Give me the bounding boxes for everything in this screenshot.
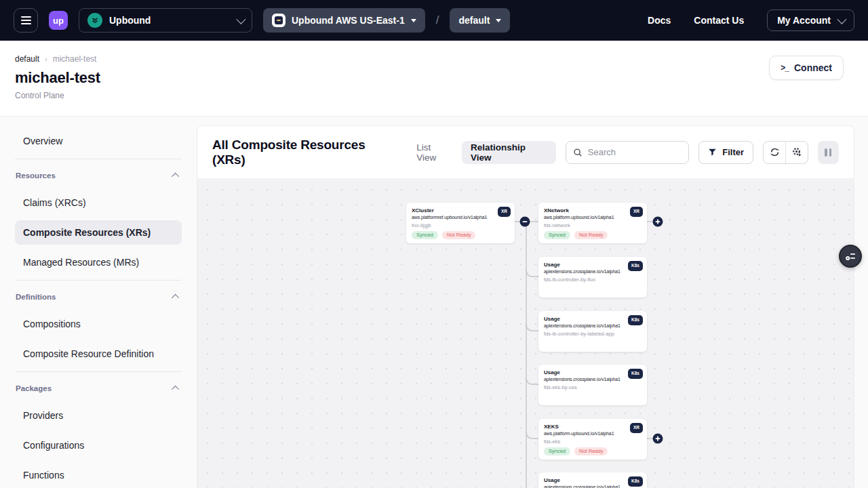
node-kind: XEKS xyxy=(544,424,642,430)
top-navbar: up Upbound Upbound AWS US-East-1 / defau… xyxy=(0,0,868,41)
search-box[interactable] xyxy=(566,141,690,164)
node-api-version: aws.platform.upbound.io/v1alpha1 xyxy=(544,214,642,220)
sidebar-item-overview[interactable]: Overview xyxy=(15,129,182,153)
pause-button[interactable] xyxy=(818,141,839,164)
gear-play-icon xyxy=(792,147,802,157)
group-selector-label: default xyxy=(458,15,490,26)
hamburger-menu-icon[interactable] xyxy=(14,8,38,33)
graph-edges xyxy=(197,178,854,488)
caret-down-icon xyxy=(411,19,416,22)
sidebar-item-compositions[interactable]: Compositions xyxy=(15,312,182,336)
sidebar-item-configurations[interactable]: Configurations xyxy=(15,433,182,458)
sidebar-item-composite-resources[interactable]: Composite Resources (XRs) xyxy=(15,220,182,245)
expand-node-button[interactable] xyxy=(653,217,663,227)
chevron-up-icon xyxy=(172,173,179,180)
breadcrumb-current: michael-test xyxy=(53,54,97,64)
sidebar-item-claims[interactable]: Claims (XRCs) xyxy=(15,190,182,215)
status-badge-synced: Synced xyxy=(544,447,570,456)
node-type-badge: XR xyxy=(498,207,511,217)
terminal-icon: >_ xyxy=(781,63,789,73)
control-plane-selector-label: Upbound AWS US-East-1 xyxy=(292,15,405,26)
main-panel: All Composite Resources (XRs) List View … xyxy=(197,125,854,488)
status-badge-not-ready: Not Ready xyxy=(574,447,608,456)
org-avatar xyxy=(87,13,102,28)
node-type-badge: XR xyxy=(630,207,643,217)
node-api-version: apiextensions.crossplane.io/v1alpha1 xyxy=(544,268,642,274)
chevron-down-icon xyxy=(236,15,245,24)
filter-icon xyxy=(708,148,717,157)
graph-node-usage-flux[interactable]: Usage apiextensions.crossplane.io/v1alph… xyxy=(538,257,647,298)
graph-legend-button[interactable] xyxy=(839,245,862,268)
my-account-label: My Account xyxy=(777,15,831,26)
node-resource-name: fds-lb-controller-by-flux xyxy=(544,277,642,283)
org-selector[interactable]: Upbound xyxy=(79,8,252,33)
expand-node-button[interactable] xyxy=(653,434,663,444)
chevron-down-icon xyxy=(837,15,846,24)
node-type-badge: K8s xyxy=(628,369,643,379)
divider xyxy=(15,371,182,372)
node-type-badge: XR xyxy=(630,423,643,433)
toolbar: All Composite Resources (XRs) List View … xyxy=(197,126,854,178)
breadcrumb-slash: / xyxy=(436,14,439,27)
org-avatar-glyph xyxy=(90,16,100,25)
page-subtitle: Control Plane xyxy=(15,91,853,100)
graph-node-usage-labeled-app[interactable]: Usage apiextensions.crossplane.io/v1alph… xyxy=(538,311,647,352)
section-title: Packages xyxy=(16,384,52,392)
breadcrumb-chevron-icon: › xyxy=(45,55,47,63)
sidebar-item-functions[interactable]: Functions xyxy=(15,463,182,487)
node-resource-name: fds-eks-by-oss xyxy=(544,384,642,390)
graph-node-usage-partial[interactable]: Usage apiextensions.crossplane.io/v1alph… xyxy=(538,472,647,488)
my-account-menu[interactable]: My Account xyxy=(767,9,854,31)
node-type-badge: K8s xyxy=(628,261,643,271)
page-header: default › michael-test michael-test Cont… xyxy=(0,41,868,117)
node-api-version: aws.platform.upbound.io/v1alpha1 xyxy=(544,430,642,436)
upbound-logo[interactable]: up xyxy=(49,11,68,30)
node-kind: XNetwork xyxy=(544,207,642,214)
graph-node-xcluster[interactable]: XCluster aws.platformref.upbound.io/v1al… xyxy=(406,203,515,243)
relationship-graph-canvas[interactable]: XCluster aws.platformref.upbound.io/v1al… xyxy=(197,178,854,488)
graph-node-xnetwork[interactable]: XNetwork aws.platform.upbound.io/v1alpha… xyxy=(538,203,647,243)
node-api-version: aws.platformref.upbound.io/v1alpha1 xyxy=(412,214,509,220)
breadcrumb: default › michael-test xyxy=(15,54,853,64)
sidebar-item-xrd[interactable]: Composite Resource Definition xyxy=(15,342,182,366)
node-kind: Usage xyxy=(544,477,642,484)
refresh-button[interactable] xyxy=(764,142,785,163)
section-title: Definitions xyxy=(16,293,56,301)
list-view-toggle[interactable]: List View xyxy=(416,142,452,163)
node-kind: Usage xyxy=(544,262,642,268)
nav-link-contact-us[interactable]: Contact Us xyxy=(694,15,744,26)
node-resource-name: fds-network xyxy=(544,222,642,228)
status-badge-synced: Synced xyxy=(544,231,570,240)
connect-button[interactable]: >_ Connect xyxy=(769,56,844,80)
page-title: michael-test xyxy=(15,69,853,87)
connect-button-label: Connect xyxy=(794,62,832,73)
section-title: Resources xyxy=(16,171,56,180)
main-title: All Composite Resources (XRs) xyxy=(212,138,397,167)
control-plane-icon xyxy=(272,14,285,27)
relationship-view-toggle[interactable]: Relationship View xyxy=(462,141,556,164)
status-badge-not-ready: Not Ready xyxy=(442,231,475,240)
search-icon xyxy=(573,148,583,157)
breadcrumb-default[interactable]: default xyxy=(15,54,39,64)
search-input[interactable] xyxy=(588,147,676,157)
group-selector[interactable]: default xyxy=(450,8,510,33)
graph-node-usage-eks-by-oss[interactable]: Usage apiextensions.crossplane.io/v1alph… xyxy=(538,365,647,405)
nav-link-docs[interactable]: Docs xyxy=(648,15,671,26)
control-plane-selector[interactable]: Upbound AWS US-East-1 xyxy=(263,8,425,33)
caret-down-icon xyxy=(496,19,501,22)
collapse-node-button[interactable] xyxy=(520,217,530,227)
divider xyxy=(15,159,182,159)
graph-node-xeks[interactable]: XEKS aws.platform.upbound.io/v1alpha1 fd… xyxy=(538,419,647,460)
node-type-badge: K8s xyxy=(628,476,643,487)
node-kind: Usage xyxy=(544,369,642,376)
filter-button[interactable]: Filter xyxy=(698,141,753,164)
sidebar-item-managed-resources[interactable]: Managed Resources (MRs) xyxy=(15,250,182,274)
node-resource-name: fds-lb-controller-by-labeled-app xyxy=(544,331,642,337)
sidebar-item-providers[interactable]: Providers xyxy=(15,403,182,428)
sidebar-section-definitions[interactable]: Definitions xyxy=(15,290,182,304)
node-kind: XCluster xyxy=(412,207,509,214)
auto-refresh-settings-button[interactable] xyxy=(785,142,807,163)
sidebar-section-packages[interactable]: Packages xyxy=(15,382,182,395)
sidebar-section-resources[interactable]: Resources xyxy=(15,169,182,182)
pause-icon xyxy=(825,148,827,157)
